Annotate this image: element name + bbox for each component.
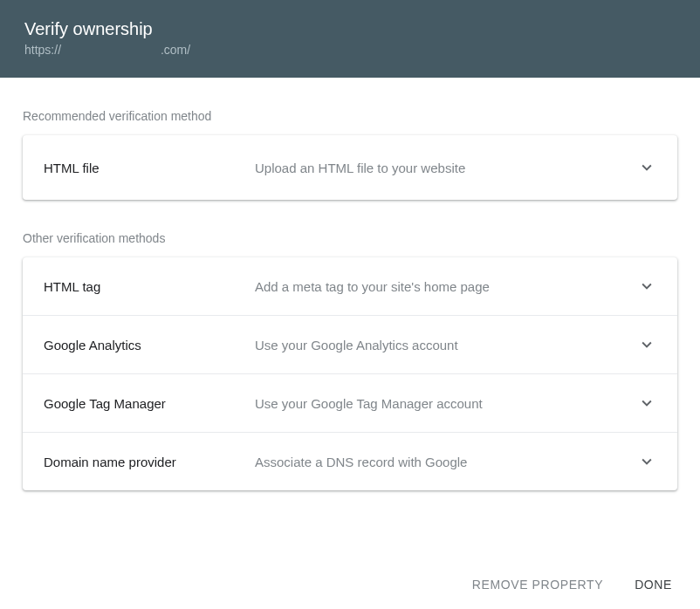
- method-html-tag[interactable]: HTML tag Add a meta tag to your site's h…: [23, 257, 677, 315]
- done-button[interactable]: Done: [631, 572, 676, 597]
- dialog-content: Recommended verification method HTML fil…: [0, 109, 700, 490]
- dialog-title: Verify ownership: [24, 19, 676, 39]
- dialog-header: Verify ownership https:// .com/: [0, 0, 700, 78]
- remove-property-button[interactable]: Remove property: [469, 572, 607, 597]
- url-prefix: https://: [24, 43, 61, 57]
- method-title: Domain name provider: [44, 455, 255, 469]
- method-title: Google Analytics: [44, 338, 255, 352]
- method-desc: Associate a DNS record with Google: [255, 455, 637, 469]
- recommended-section-label: Recommended verification method: [23, 109, 677, 123]
- chevron-down-icon: [637, 158, 656, 177]
- dialog-footer: Remove property Done: [0, 560, 700, 609]
- method-desc: Upload an HTML file to your website: [255, 161, 637, 175]
- chevron-down-icon: [637, 277, 656, 296]
- other-methods-card: HTML tag Add a meta tag to your site's h…: [23, 257, 677, 490]
- method-google-analytics[interactable]: Google Analytics Use your Google Analyti…: [23, 315, 677, 373]
- chevron-down-icon: [637, 393, 656, 413]
- recommended-method-card: HTML file Upload an HTML file to your we…: [23, 135, 677, 200]
- property-url: https:// .com/: [24, 43, 676, 57]
- method-html-file[interactable]: HTML file Upload an HTML file to your we…: [23, 135, 677, 200]
- method-title: Google Tag Manager: [44, 396, 255, 411]
- chevron-down-icon: [637, 335, 656, 354]
- method-title: HTML file: [44, 161, 255, 175]
- method-title: HTML tag: [44, 279, 255, 294]
- method-domain-name-provider[interactable]: Domain name provider Associate a DNS rec…: [23, 432, 677, 490]
- method-desc: Use your Google Tag Manager account: [255, 396, 637, 411]
- url-suffix: .com/: [161, 43, 190, 57]
- method-google-tag-manager[interactable]: Google Tag Manager Use your Google Tag M…: [23, 373, 677, 432]
- method-desc: Use your Google Analytics account: [255, 338, 637, 352]
- other-section-label: Other verification methods: [23, 231, 677, 245]
- chevron-down-icon: [637, 452, 656, 471]
- method-desc: Add a meta tag to your site's home page: [255, 279, 637, 294]
